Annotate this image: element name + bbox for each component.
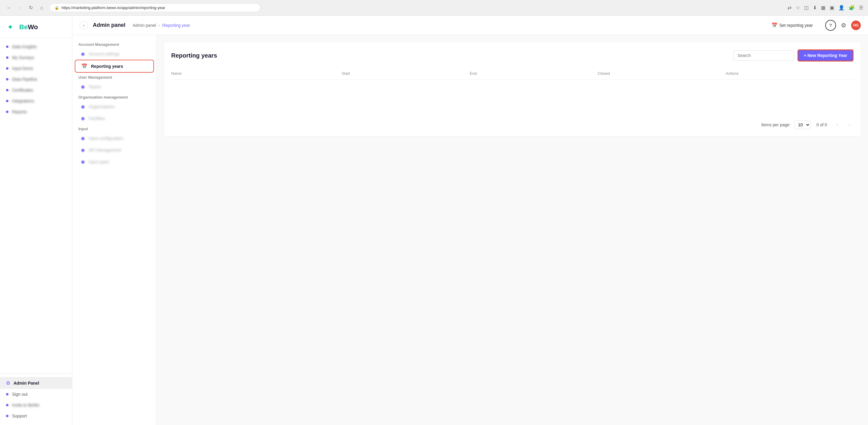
back-button[interactable]: ← bbox=[5, 4, 13, 12]
panel-header: Reporting years + New Reporting Year bbox=[171, 50, 854, 61]
pocket-icon[interactable]: ◫ bbox=[804, 5, 809, 10]
sidebar-item-label: Sign out bbox=[12, 392, 27, 397]
security-icon: 🔒 bbox=[55, 6, 59, 10]
extensions-icon[interactable]: 🧩 bbox=[849, 5, 855, 10]
next-page-button[interactable]: › bbox=[845, 121, 854, 129]
col-header-start: Start bbox=[342, 71, 470, 75]
search-input[interactable] bbox=[734, 50, 794, 61]
admin-nav-label: Facilities bbox=[89, 116, 105, 121]
address-bar[interactable]: 🔒 https://marketing.platform.bewo.io/app… bbox=[50, 3, 260, 12]
sidebar-item-integrations[interactable]: Integrations bbox=[0, 96, 72, 107]
admin-nav-input-config[interactable]: ◉ Input configuration bbox=[75, 132, 154, 144]
main-panel: Reporting years + New Reporting Year Nam… bbox=[157, 35, 868, 425]
sidebar-item-support[interactable]: Support bbox=[0, 411, 72, 421]
reporting-years-icon: 📅 bbox=[82, 63, 87, 69]
forward-button[interactable]: → bbox=[16, 4, 24, 12]
bookmark-icon[interactable]: ☆ bbox=[796, 5, 800, 10]
translate-icon[interactable]: ⇄ bbox=[787, 5, 792, 10]
breadcrumb-admin[interactable]: Admin panel bbox=[133, 23, 156, 28]
search-wrap bbox=[734, 50, 794, 61]
col-header-closed: Closed bbox=[598, 71, 726, 75]
home-button[interactable]: ⌂ bbox=[37, 4, 46, 12]
admin-nav-facilities[interactable]: ◉ Facilities bbox=[75, 113, 154, 124]
sidebar-item-reports[interactable]: Reports bbox=[0, 107, 72, 117]
admin-nav-input-types[interactable]: ◉ Input types bbox=[75, 156, 154, 168]
library-icon[interactable]: ▦ bbox=[821, 5, 826, 10]
set-reporting-year-label: Set reporting year bbox=[779, 23, 813, 28]
sidebar-item-data-pipeline[interactable]: Data Pipeline bbox=[0, 74, 72, 85]
dot-icon bbox=[6, 100, 8, 102]
new-reporting-year-button[interactable]: + New Reporting Year bbox=[798, 50, 854, 61]
table-header-row: Name Start End Closed Actions bbox=[171, 69, 854, 80]
api-mgmt-icon: ◉ bbox=[81, 147, 85, 153]
items-per-page-label: Items per page: bbox=[761, 122, 790, 127]
breadcrumb-separator: › bbox=[158, 23, 160, 28]
sidebar-item-invite[interactable]: Invite to BeWo bbox=[0, 400, 72, 411]
admin-nav-teams[interactable]: ◉ Teams bbox=[75, 81, 154, 93]
dot-icon bbox=[6, 89, 8, 91]
panel-header-right: + New Reporting Year bbox=[734, 50, 854, 61]
sidebar-item-label: Admin Panel bbox=[13, 381, 39, 386]
logo-text: BeWo bbox=[19, 23, 38, 31]
dot-icon bbox=[6, 56, 8, 59]
sidebar-item-data-insights[interactable]: Data Insights bbox=[0, 41, 72, 52]
sidebar-bottom: ⊙ Admin Panel Sign out Invite to BeWo Su… bbox=[0, 373, 72, 425]
facilities-icon: ◉ bbox=[81, 116, 85, 121]
sidebar-item-admin-panel[interactable]: ⊙ Admin Panel bbox=[0, 377, 72, 389]
sidebar-item-label: Integrations bbox=[12, 98, 34, 103]
admin-nav-label: Teams bbox=[89, 84, 101, 89]
admin-sidebar: Account Management ◉ Account settings 📅 … bbox=[72, 35, 157, 425]
admin-nav-organisations[interactable]: ◉ Organisations bbox=[75, 101, 154, 113]
download-icon[interactable]: ⬇ bbox=[813, 5, 817, 10]
header-title: Admin panel bbox=[93, 22, 125, 28]
items-per-page-select[interactable]: 5 10 25 50 bbox=[794, 121, 810, 129]
admin-nav-label: Account settings bbox=[89, 52, 120, 56]
breadcrumb: Admin panel › Reporting year bbox=[133, 23, 190, 28]
section-title-input: Input bbox=[72, 124, 156, 132]
admin-nav-reporting-years[interactable]: 📅 Reporting years bbox=[75, 60, 154, 73]
table-body bbox=[171, 80, 854, 116]
sidebar-item-label: Support bbox=[12, 414, 27, 418]
col-header-actions: Actions bbox=[726, 71, 854, 75]
table-container: Name Start End Closed Actions Items per … bbox=[171, 69, 854, 129]
admin-nav-account-settings[interactable]: ◉ Account settings bbox=[75, 48, 154, 60]
left-sidebar: ✦ BeWo Data Insights My Surveys Input fo… bbox=[0, 16, 72, 425]
sidebar-item-label: Invite to BeWo bbox=[12, 403, 39, 407]
admin-nav-api-mgmt[interactable]: ◉ API Management bbox=[75, 144, 154, 156]
browser-toolbar-right: ⇄ ☆ ◫ ⬇ ▦ ▣ 👤 🧩 ☰ bbox=[787, 5, 863, 10]
dot-icon bbox=[6, 67, 8, 70]
main-area: ‹ Admin panel Admin panel › Reporting ye… bbox=[72, 16, 868, 425]
sidebar-item-sign-out[interactable]: Sign out bbox=[0, 389, 72, 400]
input-types-icon: ◉ bbox=[81, 159, 85, 164]
dot-icon bbox=[6, 393, 8, 395]
prev-page-button[interactable]: ‹ bbox=[833, 121, 841, 129]
menu-icon[interactable]: ☰ bbox=[859, 5, 863, 10]
browser-chrome: ← → ↻ ⌂ 🔒 https://marketing.platform.bew… bbox=[0, 0, 868, 16]
account-icon[interactable]: 👤 bbox=[838, 5, 844, 10]
col-header-end: End bbox=[470, 71, 598, 75]
url-text: https://marketing.platform.bewo.io/app/a… bbox=[61, 5, 165, 10]
admin-nav-label: Organisations bbox=[89, 104, 115, 109]
sidebar-item-certificates[interactable]: Certificates bbox=[0, 85, 72, 96]
admin-nav-label: Reporting years bbox=[91, 64, 123, 69]
settings-icon[interactable]: ⚙ bbox=[841, 22, 846, 29]
sidebar-item-my-surveys[interactable]: My Surveys bbox=[0, 52, 72, 63]
admin-nav-label: API Management bbox=[89, 148, 121, 153]
set-reporting-year-button[interactable]: 📅 Set reporting year bbox=[772, 22, 813, 28]
section-title-org-mgmt: Organisation management bbox=[72, 93, 156, 101]
refresh-button[interactable]: ↻ bbox=[27, 4, 35, 12]
sidebar-item-input-forms[interactable]: Input forms bbox=[0, 63, 72, 74]
avatar[interactable]: HG bbox=[851, 21, 861, 30]
admin-nav-label: Input types bbox=[89, 159, 110, 164]
table-footer: Items per page: 5 10 25 50 0 of 0 ‹ › bbox=[171, 116, 854, 129]
reader-icon[interactable]: ▣ bbox=[830, 5, 834, 10]
col-header-name: Name bbox=[171, 71, 342, 75]
section-title-account: Account Management bbox=[72, 40, 156, 48]
help-button[interactable]: ? bbox=[825, 20, 836, 31]
header-back-button[interactable]: ‹ bbox=[80, 21, 88, 30]
main-header: ‹ Admin panel Admin panel › Reporting ye… bbox=[72, 16, 868, 35]
admin-nav-label: Input configuration bbox=[89, 136, 123, 141]
app-container: ✦ BeWo Data Insights My Surveys Input fo… bbox=[0, 16, 868, 425]
sidebar-item-label: Certificates bbox=[12, 88, 33, 93]
dot-icon bbox=[6, 45, 8, 48]
